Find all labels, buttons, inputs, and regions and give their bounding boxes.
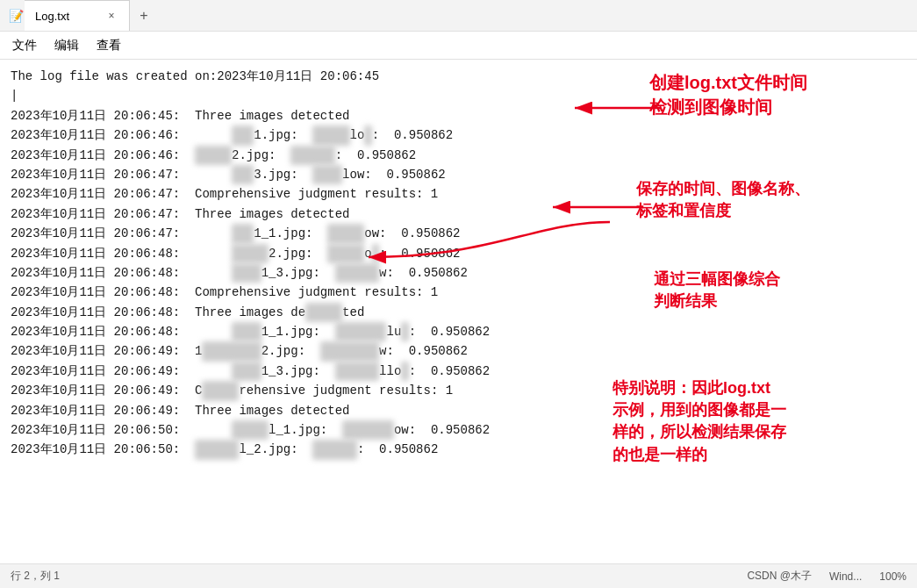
title-bar-left: 📝 xyxy=(0,0,25,31)
menu-edit[interactable]: 编辑 xyxy=(46,34,88,57)
log-line: 2023年10月11日 20:06:48: █████2.jpg: █████o… xyxy=(11,244,906,263)
log-line: 2023年10月11日 20:06:49: ████1_3.jpg: █████… xyxy=(11,362,906,381)
title-bar: 📝 Log.txt × + xyxy=(0,0,917,32)
tab-close-button[interactable]: × xyxy=(104,9,118,23)
status-encoding: Wind... xyxy=(829,570,862,583)
tab-title: Log.txt xyxy=(35,10,97,23)
log-line: 2023年10月11日 20:06:47: Comprehensive judg… xyxy=(11,184,906,204)
content-area: The log file was created on:2023年10月11日 … xyxy=(0,60,917,563)
log-line: 2023年10月11日 20:06:49: 1████████2.jpg: ██… xyxy=(11,341,906,361)
status-position: 行 2，列 1 xyxy=(11,569,60,584)
menu-view[interactable]: 查看 xyxy=(88,34,130,57)
log-line: 2023年10月11日 20:06:48: ████1_3.jpg: █████… xyxy=(11,263,906,283)
log-line: 2023年10月11日 20:06:50: ██████l_2.jpg: ███… xyxy=(11,440,906,459)
status-zoom: 100% xyxy=(879,570,906,583)
new-tab-button[interactable]: + xyxy=(130,0,158,31)
log-line: 2023年10月11日 20:06:45: Three images detec… xyxy=(11,106,906,125)
menu-file[interactable]: 文件 xyxy=(4,34,46,57)
log-line: 2023年10月11日 20:06:48: ████1_1.jpg: █████… xyxy=(11,322,906,341)
log-line: 2023年10月11日 20:06:47: ███1_1.jpg: █████o… xyxy=(11,224,906,243)
log-line: 2023年10月11日 20:06:47: ███3.jpg: ████low:… xyxy=(11,165,906,184)
log-line: The log file was created on:2023年10月11日 … xyxy=(11,67,906,86)
log-line: 2023年10月11日 20:06:46: █████2.jpg: ██████… xyxy=(11,146,906,165)
log-line: 2023年10月11日 20:06:49: Three images detec… xyxy=(11,401,906,420)
status-platform: CSDN @木子 xyxy=(747,569,812,584)
log-line: | xyxy=(11,86,906,105)
tab-log-txt[interactable]: Log.txt × xyxy=(25,0,130,31)
log-line: 2023年10月11日 20:06:47: Three images detec… xyxy=(11,204,906,224)
log-line: 2023年10月11日 20:06:49: C█████rehensive ju… xyxy=(11,381,906,400)
status-bar: 行 2，列 1 CSDN @木子 Wind... 100% xyxy=(0,563,917,588)
app-icon: 📝 xyxy=(7,7,25,25)
log-content[interactable]: The log file was created on:2023年10月11日 … xyxy=(0,60,917,563)
log-line: 2023年10月11日 20:06:48: Three images de███… xyxy=(11,303,906,322)
status-right: CSDN @木子 Wind... 100% xyxy=(747,569,906,584)
log-line: 2023年10月11日 20:06:46: ███1.jpg: █████lo█… xyxy=(11,125,906,145)
log-line: 2023年10月11日 20:06:48: Comprehensive judg… xyxy=(11,283,906,302)
log-line: 2023年10月11日 20:06:50: █████l_1.jpg: ████… xyxy=(11,420,906,440)
tab-bar: Log.txt × + xyxy=(25,0,917,31)
menu-bar: 文件 编辑 查看 xyxy=(0,32,917,60)
